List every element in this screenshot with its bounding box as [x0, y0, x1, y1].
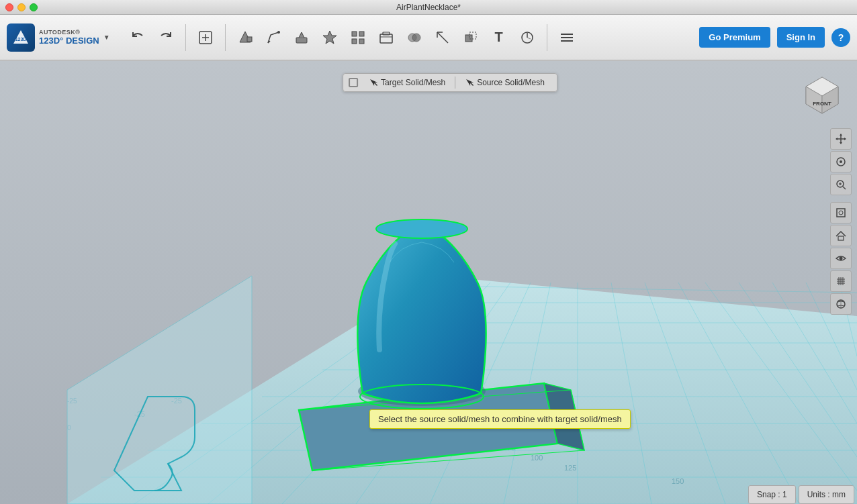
- new-solid-icon: [197, 30, 214, 46]
- svg-rect-10: [359, 32, 364, 36]
- svg-rect-14: [383, 32, 390, 35]
- traffic-lights: [5, 3, 38, 11]
- svg-point-6: [277, 31, 280, 34]
- svg-text:150: 150: [672, 477, 684, 485]
- minimize-button[interactable]: [17, 3, 26, 11]
- svg-line-82: [843, 187, 846, 189]
- home-view-button[interactable]: [830, 225, 852, 246]
- svg-point-88: [840, 257, 843, 260]
- svg-rect-9: [352, 32, 357, 36]
- svg-rect-7: [296, 38, 307, 43]
- svg-rect-87: [838, 236, 844, 240]
- primitives-button[interactable]: [232, 23, 258, 52]
- boolean2-icon: [463, 30, 479, 46]
- svg-text:125: 125: [564, 464, 576, 472]
- svg-marker-77: [836, 138, 838, 140]
- svg-rect-5: [247, 37, 252, 42]
- viewport[interactable]: -25 -25 75 100 125 150: [0, 61, 857, 504]
- svg-text:123D: 123D: [15, 37, 27, 42]
- fit-button[interactable]: [830, 202, 852, 223]
- snap-icon: [435, 30, 451, 46]
- zoom-button[interactable]: [830, 174, 852, 195]
- source-selection-button[interactable]: Source Solid/Mesh: [458, 76, 551, 89]
- close-button[interactable]: [5, 3, 13, 11]
- svg-point-16: [412, 34, 420, 42]
- operation-tooltip: Select the source solid/mesh to combine …: [369, 409, 631, 429]
- group-icon: [378, 30, 394, 46]
- pan-icon: [835, 133, 847, 145]
- units-status[interactable]: Units : mm: [799, 485, 854, 504]
- zoom-icon: [835, 179, 847, 191]
- logo-icon: 123D: [11, 28, 30, 47]
- window-title: AirPlantNecklace*: [396, 3, 461, 12]
- svg-rect-85: [837, 209, 845, 217]
- svg-line-17: [437, 32, 448, 43]
- svg-text:100: 100: [531, 454, 543, 462]
- layers-button[interactable]: [554, 23, 580, 52]
- view-mode-button[interactable]: [830, 248, 852, 269]
- cursor-icon: [369, 78, 378, 87]
- svg-point-80: [840, 160, 842, 163]
- snap-button[interactable]: [430, 23, 455, 52]
- pan-button[interactable]: [830, 128, 852, 150]
- go-premium-button[interactable]: Go Premium: [699, 27, 770, 48]
- undo-button[interactable]: [125, 23, 150, 52]
- svg-rect-20: [465, 35, 472, 42]
- logo-area: 123D AUTODESK® 123D° DESIGN ▼: [7, 23, 116, 52]
- cursor2-icon: [465, 78, 474, 87]
- modify-button[interactable]: [317, 23, 343, 52]
- main-toolbar: 123D AUTODESK® 123D° DESIGN ▼: [0, 15, 857, 60]
- viewcube-svg: FRONT: [801, 72, 844, 120]
- modify-icon: [322, 30, 338, 46]
- sign-in-button[interactable]: Sign In: [777, 27, 825, 48]
- statusbar: Snap : 1 Units : mm: [748, 485, 857, 504]
- svg-marker-76: [840, 142, 842, 144]
- construct-button[interactable]: [289, 23, 314, 52]
- sketch-button[interactable]: [261, 23, 286, 52]
- measure-icon: [519, 30, 535, 46]
- group-button[interactable]: [373, 23, 399, 52]
- svg-text:0: 0: [67, 424, 71, 432]
- viewcube[interactable]: FRONT: [801, 72, 844, 120]
- svg-marker-75: [840, 134, 842, 136]
- grid-icon: [835, 275, 847, 287]
- scene-svg: -25 -25 75 100 125 150: [0, 61, 857, 504]
- toolbar-sep-3: [547, 24, 547, 51]
- svg-marker-78: [844, 138, 846, 140]
- maximize-button[interactable]: [30, 3, 38, 11]
- construct-icon: [294, 30, 310, 46]
- svg-rect-11: [352, 39, 357, 44]
- new-solid-button[interactable]: [193, 23, 218, 52]
- pattern-button[interactable]: [345, 23, 371, 52]
- svg-rect-12: [359, 39, 364, 44]
- toolbar-sep-2: [225, 24, 226, 51]
- selection-divider: [455, 77, 455, 89]
- text-button[interactable]: T: [486, 23, 512, 52]
- grid-toggle-button[interactable]: [830, 270, 852, 292]
- boolean-button[interactable]: [402, 23, 427, 52]
- svg-rect-13: [380, 34, 392, 43]
- help-button[interactable]: ?: [831, 28, 850, 47]
- primitives-icon: [237, 30, 253, 46]
- boolean2-button[interactable]: [458, 23, 484, 52]
- orbit-icon: [835, 156, 847, 168]
- redo-button[interactable]: [153, 23, 179, 52]
- toolbar-sep-1: [185, 24, 186, 51]
- snap-status[interactable]: Snap : 1: [748, 485, 796, 504]
- material-button[interactable]: [830, 293, 852, 315]
- measure-button[interactable]: [514, 23, 540, 52]
- selection-toolbar: Target Solid/Mesh Source Solid/Mesh: [343, 73, 557, 92]
- text-icon: T: [495, 30, 503, 45]
- app-menu-dropdown[interactable]: ▼: [103, 34, 110, 41]
- material-icon: [835, 298, 847, 310]
- app-logo: 123D: [7, 23, 35, 52]
- right-panel: [830, 128, 852, 315]
- brand-text: AUTODESK® 123D° DESIGN: [39, 29, 99, 46]
- layers-icon: [559, 30, 575, 46]
- target-indicator: [349, 78, 358, 87]
- boolean-icon: [406, 30, 422, 46]
- orbit-button[interactable]: [830, 151, 852, 172]
- target-selection-button[interactable]: Target Solid/Mesh: [362, 76, 452, 89]
- svg-text:FRONT: FRONT: [813, 101, 831, 107]
- fit-icon: [835, 207, 847, 219]
